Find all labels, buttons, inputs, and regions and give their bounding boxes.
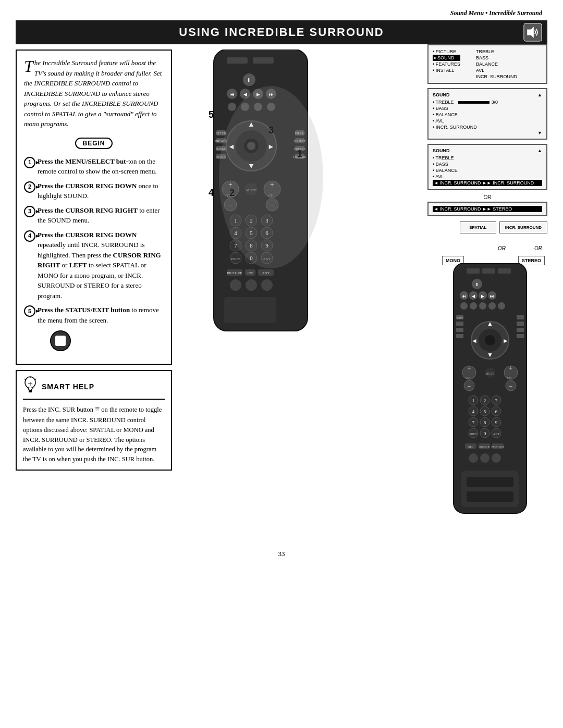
svg-text:►: ► [503, 337, 509, 344]
svg-text:−: − [468, 382, 471, 390]
svg-rect-125 [517, 328, 524, 332]
svg-text:8: 8 [484, 420, 486, 425]
svg-line-9 [35, 379, 36, 380]
step-3: 3 Press the CURSOR RING RIGHT to enter t… [24, 205, 164, 226]
svg-point-129 [485, 335, 495, 346]
svg-rect-100 [467, 268, 480, 274]
svg-text:7: 7 [472, 420, 475, 425]
svg-text:PREV: PREV [231, 257, 240, 261]
begin-badge: BEGIN [75, 138, 112, 149]
screen-1-main-menu: • PICTURE ♦ SOUND • FEATURES • INSTALL T… [427, 44, 547, 84]
svg-text:ANT: ANT [262, 271, 270, 275]
svg-point-96 [246, 279, 257, 291]
svg-point-117 [498, 302, 505, 310]
title-bar: Using Incredible Surround [16, 20, 547, 44]
or-label-1: OR [427, 194, 547, 200]
svg-point-116 [488, 302, 496, 310]
step-3-number: 3 [24, 206, 35, 217]
screen-2-sound-menu: SOUND▲ • TREBLE 3/0 • BASS • BALANCE • A… [427, 88, 547, 140]
or-label-3: OR [534, 245, 542, 251]
svg-rect-122 [456, 334, 463, 338]
svg-rect-181 [467, 491, 513, 502]
svg-text:4: 4 [472, 409, 475, 414]
step-2-text: Press the CURSOR RING DOWN once to highl… [38, 181, 164, 201]
drop-cap: T [24, 58, 33, 75]
svg-point-176 [469, 453, 478, 463]
step-overlay-4: 4 [209, 188, 214, 199]
svg-text:PREV: PREV [469, 433, 478, 436]
right-area: • PICTURE ♦ SOUND • FEATURES • INSTALL T… [177, 44, 547, 539]
stop-icon [50, 330, 71, 351]
svg-rect-120 [456, 322, 463, 326]
step-2: 2 Press the CURSOR RING DOWN once to hig… [24, 181, 164, 201]
step-5: 5 Press the STATUS/EXIT button to remove… [24, 305, 164, 325]
page-number: 33 [0, 550, 563, 569]
svg-text:3: 3 [495, 398, 498, 403]
svg-text:9: 9 [495, 420, 498, 425]
step-5-text: Press the STATUS/EXIT button to remove t… [38, 305, 164, 325]
svg-text:1: 1 [472, 398, 475, 403]
svg-text:▼: ▼ [487, 351, 493, 359]
svg-text:REC: REC [468, 446, 473, 448]
svg-rect-102 [498, 268, 511, 274]
smart-help-label: Smart Help [42, 382, 94, 391]
smart-help-title: Smart Help [23, 376, 165, 400]
svg-rect-126 [517, 334, 524, 338]
svg-point-25 [228, 103, 236, 111]
svg-text:ANT: ANT [493, 433, 500, 436]
svg-text:◀: ◀ [472, 294, 475, 299]
result-boxes: SPATIAL INCR. SURROUND [460, 221, 547, 233]
sound-icon [523, 23, 542, 42]
svg-text:CH: CH [507, 376, 512, 379]
svg-text:⏮: ⏮ [230, 92, 235, 97]
smart-help-box: Smart Help Press the INC. SUR button ≡ o… [16, 370, 172, 471]
remote-shadow [219, 86, 323, 268]
step-4: 4 Press the CURSOR RING DOWN repeatedly … [24, 230, 164, 301]
svg-text:◄: ◄ [471, 337, 478, 344]
svg-rect-13 [227, 57, 248, 64]
svg-text:MUTE: MUTE [486, 372, 495, 375]
svg-rect-98 [224, 297, 276, 323]
step-1: 1 Press the MENU/SELECT but-ton on the r… [24, 156, 164, 177]
step-2-number: 2 [24, 181, 35, 193]
svg-rect-123 [517, 315, 524, 319]
svg-rect-101 [482, 268, 495, 274]
step-3-text: Press the CURSOR RING RIGHT to enter the… [38, 205, 164, 226]
page-title: Using Incredible Surround [179, 26, 384, 39]
bulb-icon [23, 376, 38, 397]
svg-text:INC SUR: INC SUR [479, 446, 489, 448]
svg-point-97 [261, 279, 273, 291]
step-1-text: Press the MENU/SELECT but-ton on the rem… [38, 156, 164, 177]
svg-rect-124 [517, 322, 524, 326]
svg-text:5: 5 [484, 409, 486, 414]
step-1-number: 1 [24, 157, 35, 168]
svg-line-8 [25, 379, 26, 380]
svg-text:⏭: ⏭ [490, 294, 494, 299]
svg-rect-121 [456, 328, 463, 332]
or-label-2: OR [498, 245, 506, 251]
svg-text:PROG LIST: PROG LIST [491, 446, 504, 448]
spatial-box: SPATIAL [460, 221, 496, 233]
intro-box: The Incredible Surround feature will boo… [16, 50, 172, 365]
header-text: Sound Menu • Incredible Surround [450, 9, 542, 17]
svg-text:⏸: ⏸ [475, 282, 480, 287]
svg-point-177 [480, 453, 489, 463]
page-header: Sound Menu • Incredible Surround [0, 0, 563, 20]
svg-text:+: + [468, 365, 471, 372]
svg-rect-180 [467, 477, 513, 487]
remote-secondary: ⏸ ⏮ ◀ ▶ ⏭ SETUP [448, 263, 532, 521]
svg-text:INV: INV [248, 272, 253, 275]
svg-text:2: 2 [484, 398, 486, 403]
left-column: The Incredible Surround feature will boo… [16, 44, 177, 539]
svg-point-95 [230, 279, 241, 291]
svg-text:PICTURE: PICTURE [227, 271, 242, 275]
svg-text:SETUP: SETUP [457, 317, 463, 319]
svg-point-114 [470, 302, 477, 310]
step-5-number: 5 [24, 305, 35, 317]
svg-point-115 [479, 302, 486, 310]
stop-area [50, 330, 164, 351]
step-overlay-5: 5 [209, 109, 214, 120]
intro-body: he Incredible Surround feature will boos… [24, 59, 162, 128]
svg-rect-5 [29, 390, 32, 391]
svg-text:▶: ▶ [481, 294, 485, 299]
